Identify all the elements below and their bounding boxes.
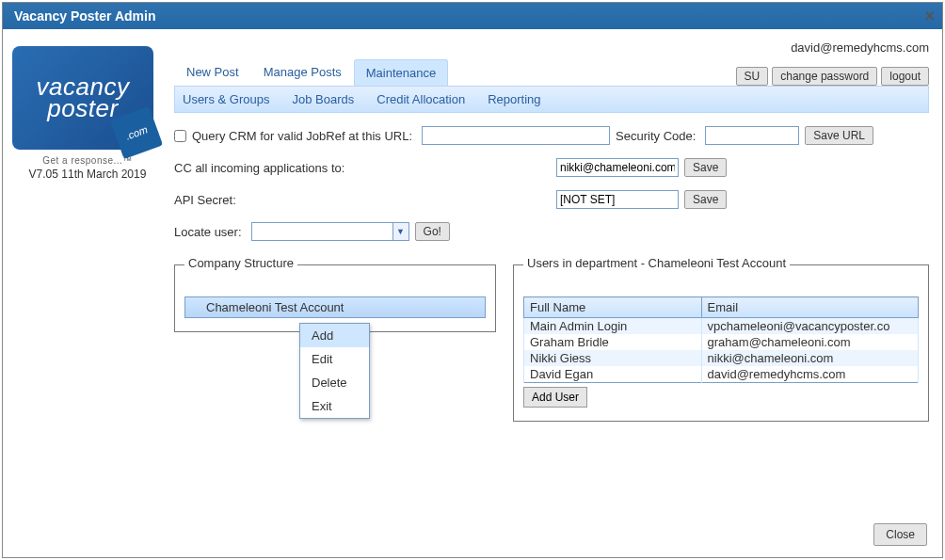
ctx-delete[interactable]: Delete bbox=[300, 371, 369, 394]
api-save-button[interactable]: Save bbox=[684, 190, 727, 209]
cc-save-button[interactable]: Save bbox=[684, 158, 727, 177]
col-email[interactable]: Email bbox=[701, 297, 918, 318]
ctx-add[interactable]: Add bbox=[300, 324, 369, 347]
window-title: Vacancy Poster Admin bbox=[14, 8, 155, 24]
sub-tabs: Users & Groups Job Boards Credit Allocat… bbox=[174, 86, 929, 113]
users-fieldset: Users in department - Chameleoni Test Ac… bbox=[513, 258, 929, 422]
change-password-button[interactable]: change password bbox=[772, 67, 877, 86]
tab-maintenance[interactable]: Maintenance bbox=[354, 59, 448, 86]
su-button[interactable]: SU bbox=[736, 67, 769, 86]
subtab-credit-allocation[interactable]: Credit Allocation bbox=[376, 92, 465, 106]
security-code-label: Security Code: bbox=[616, 129, 696, 143]
version-text: V7.05 11th March 2019 bbox=[12, 168, 163, 181]
cc-label: CC all incoming applications to: bbox=[174, 161, 547, 175]
security-code-input[interactable] bbox=[705, 126, 799, 145]
sidebar: vacancy poster .com Get a response...™ V… bbox=[3, 29, 168, 557]
logo-line2: poster bbox=[47, 98, 118, 120]
save-url-button[interactable]: Save URL bbox=[805, 126, 873, 145]
query-crm-checkbox[interactable] bbox=[174, 130, 186, 142]
api-secret-label: API Secret: bbox=[174, 193, 547, 207]
tab-new-post[interactable]: New Post bbox=[174, 58, 251, 86]
api-secret-input[interactable] bbox=[556, 190, 679, 209]
titlebar: Vacancy Poster Admin × bbox=[3, 3, 942, 29]
users-legend: Users in department - Chameleoni Test Ac… bbox=[523, 256, 790, 270]
user-email: david@remedyhcms.com bbox=[174, 40, 929, 55]
query-crm-label: Query CRM for valid JobRef at this URL: bbox=[192, 129, 412, 143]
add-user-button[interactable]: Add User bbox=[523, 387, 587, 408]
subtab-users-groups[interactable]: Users & Groups bbox=[183, 92, 269, 106]
chevron-down-icon[interactable]: ▼ bbox=[392, 222, 409, 241]
tagline: Get a response...™ bbox=[12, 155, 163, 166]
window-close-icon[interactable]: × bbox=[924, 7, 935, 26]
company-structure-fieldset: Company Structure Chameleoni Test Accoun… bbox=[174, 258, 496, 332]
go-button[interactable]: Go! bbox=[415, 222, 450, 241]
tab-manage-posts[interactable]: Manage Posts bbox=[251, 58, 354, 86]
close-button[interactable]: Close bbox=[873, 523, 927, 546]
query-crm-url-input[interactable] bbox=[422, 126, 610, 145]
table-row[interactable]: Main Admin Loginvpchameleoni@vacancypost… bbox=[524, 318, 919, 335]
company-structure-legend: Company Structure bbox=[184, 256, 297, 270]
table-row[interactable]: David Egandavid@remedyhcms.com bbox=[524, 366, 919, 383]
users-table: Full Name Email Main Admin Loginvpchamel… bbox=[523, 296, 919, 383]
locate-user-combo[interactable]: ▼ bbox=[251, 222, 409, 241]
logout-button[interactable]: logout bbox=[881, 67, 929, 86]
cc-input[interactable] bbox=[556, 158, 679, 177]
col-full-name[interactable]: Full Name bbox=[524, 297, 702, 318]
tree-root-item[interactable]: Chameleoni Test Account bbox=[184, 296, 486, 318]
logo: vacancy poster .com bbox=[12, 46, 153, 150]
subtab-job-boards[interactable]: Job Boards bbox=[292, 92, 354, 106]
ctx-exit[interactable]: Exit bbox=[300, 394, 369, 418]
table-row[interactable]: Graham Bridlegraham@chameleoni.com bbox=[524, 334, 919, 350]
table-row[interactable]: Nikki Giessnikki@chameleoni.com bbox=[524, 350, 919, 366]
main-tabs: New Post Manage Posts Maintenance SU cha… bbox=[174, 58, 929, 86]
locate-user-input[interactable] bbox=[251, 222, 392, 241]
subtab-reporting[interactable]: Reporting bbox=[488, 92, 540, 106]
context-menu: Add Edit Delete Exit bbox=[299, 323, 370, 419]
ctx-edit[interactable]: Edit bbox=[300, 347, 369, 371]
locate-user-label: Locate user: bbox=[174, 225, 242, 239]
